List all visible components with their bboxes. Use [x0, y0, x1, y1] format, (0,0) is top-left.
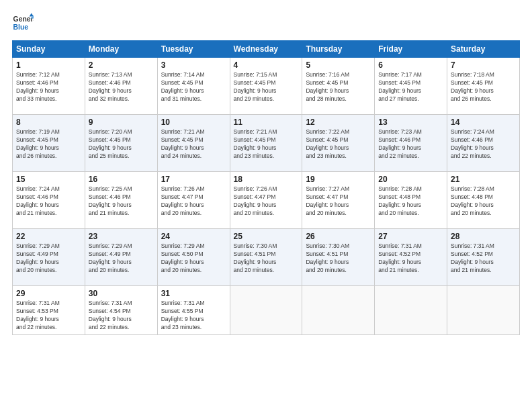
calendar-day-cell: 20Sunrise: 7:28 AM Sunset: 4:48 PM Dayli…	[375, 172, 447, 229]
calendar-day-cell: 6Sunrise: 7:17 AM Sunset: 4:45 PM Daylig…	[375, 58, 447, 115]
day-info: Sunrise: 7:26 AM Sunset: 4:47 PM Dayligh…	[234, 185, 299, 218]
calendar-table: SundayMondayTuesdayWednesdayThursdayFrid…	[12, 40, 520, 335]
calendar-day-cell: 15Sunrise: 7:24 AM Sunset: 4:46 PM Dayli…	[13, 172, 85, 229]
calendar-day-cell: 30Sunrise: 7:31 AM Sunset: 4:54 PM Dayli…	[85, 286, 157, 335]
day-info: Sunrise: 7:13 AM Sunset: 4:46 PM Dayligh…	[89, 71, 154, 103]
calendar-day-cell: 18Sunrise: 7:26 AM Sunset: 4:47 PM Dayli…	[230, 172, 302, 229]
svg-marker-2	[30, 13, 34, 17]
day-info: Sunrise: 7:28 AM Sunset: 4:48 PM Dayligh…	[451, 185, 516, 218]
logo-icon: General Blue	[12, 12, 34, 34]
day-info: Sunrise: 7:31 AM Sunset: 4:52 PM Dayligh…	[451, 242, 516, 275]
day-number: 12	[306, 118, 371, 127]
weekday-header-friday: Friday	[375, 41, 447, 58]
logo: General Blue	[12, 12, 34, 34]
day-number: 6	[378, 60, 443, 70]
day-info: Sunrise: 7:30 AM Sunset: 4:51 PM Dayligh…	[234, 242, 299, 275]
calendar-day-cell: 26Sunrise: 7:30 AM Sunset: 4:51 PM Dayli…	[302, 229, 375, 286]
calendar-day-cell: 1Sunrise: 7:12 AM Sunset: 4:46 PM Daylig…	[13, 58, 85, 115]
calendar-day-cell: 28Sunrise: 7:31 AM Sunset: 4:52 PM Dayli…	[447, 229, 520, 286]
weekday-header-tuesday: Tuesday	[157, 41, 230, 58]
calendar-day-cell	[375, 286, 447, 335]
day-number: 4	[234, 60, 299, 70]
day-number: 23	[89, 232, 154, 241]
day-number: 17	[161, 175, 226, 184]
calendar-day-cell: 19Sunrise: 7:27 AM Sunset: 4:47 PM Dayli…	[302, 172, 375, 229]
day-info: Sunrise: 7:31 AM Sunset: 4:52 PM Dayligh…	[378, 242, 443, 275]
day-number: 20	[378, 175, 443, 184]
day-number: 13	[378, 118, 443, 127]
day-number: 29	[16, 289, 81, 298]
day-number: 3	[161, 60, 226, 70]
day-info: Sunrise: 7:24 AM Sunset: 4:46 PM Dayligh…	[16, 185, 81, 218]
day-info: Sunrise: 7:29 AM Sunset: 4:50 PM Dayligh…	[161, 242, 226, 275]
calendar-day-cell: 27Sunrise: 7:31 AM Sunset: 4:52 PM Dayli…	[375, 229, 447, 286]
day-info: Sunrise: 7:21 AM Sunset: 4:45 PM Dayligh…	[234, 128, 299, 161]
day-info: Sunrise: 7:12 AM Sunset: 4:46 PM Dayligh…	[16, 71, 81, 103]
day-info: Sunrise: 7:23 AM Sunset: 4:46 PM Dayligh…	[378, 128, 443, 161]
weekday-header-row: SundayMondayTuesdayWednesdayThursdayFrid…	[13, 41, 520, 58]
calendar-day-cell: 25Sunrise: 7:30 AM Sunset: 4:51 PM Dayli…	[230, 229, 302, 286]
day-number: 19	[306, 175, 371, 184]
day-number: 26	[306, 232, 371, 241]
day-number: 11	[234, 118, 299, 127]
day-number: 22	[16, 232, 81, 241]
calendar-day-cell: 9Sunrise: 7:20 AM Sunset: 4:45 PM Daylig…	[85, 115, 157, 172]
day-info: Sunrise: 7:31 AM Sunset: 4:53 PM Dayligh…	[16, 300, 81, 332]
calendar-day-cell: 8Sunrise: 7:19 AM Sunset: 4:45 PM Daylig…	[13, 115, 85, 172]
calendar-day-cell: 3Sunrise: 7:14 AM Sunset: 4:45 PM Daylig…	[157, 58, 230, 115]
svg-text:Blue: Blue	[13, 24, 29, 31]
calendar-day-cell: 23Sunrise: 7:29 AM Sunset: 4:49 PM Dayli…	[85, 229, 157, 286]
calendar-day-cell: 5Sunrise: 7:16 AM Sunset: 4:45 PM Daylig…	[302, 58, 375, 115]
calendar-day-cell: 10Sunrise: 7:21 AM Sunset: 4:45 PM Dayli…	[157, 115, 230, 172]
calendar-week-row: 8Sunrise: 7:19 AM Sunset: 4:45 PM Daylig…	[13, 115, 520, 172]
day-number: 24	[161, 232, 226, 241]
day-number: 1	[16, 60, 81, 70]
day-info: Sunrise: 7:16 AM Sunset: 4:45 PM Dayligh…	[306, 71, 371, 103]
day-info: Sunrise: 7:21 AM Sunset: 4:45 PM Dayligh…	[161, 128, 226, 161]
calendar-day-cell: 31Sunrise: 7:31 AM Sunset: 4:55 PM Dayli…	[157, 286, 230, 335]
day-info: Sunrise: 7:17 AM Sunset: 4:45 PM Dayligh…	[378, 71, 443, 103]
calendar-day-cell: 14Sunrise: 7:24 AM Sunset: 4:46 PM Dayli…	[447, 115, 520, 172]
calendar-day-cell: 11Sunrise: 7:21 AM Sunset: 4:45 PM Dayli…	[230, 115, 302, 172]
day-number: 14	[451, 118, 516, 127]
weekday-header-sunday: Sunday	[13, 41, 85, 58]
calendar-day-cell: 17Sunrise: 7:26 AM Sunset: 4:47 PM Dayli…	[157, 172, 230, 229]
calendar-week-row: 22Sunrise: 7:29 AM Sunset: 4:49 PM Dayli…	[13, 229, 520, 286]
day-info: Sunrise: 7:29 AM Sunset: 4:49 PM Dayligh…	[16, 242, 81, 275]
day-number: 8	[16, 118, 81, 127]
svg-text:General: General	[13, 15, 34, 23]
day-number: 5	[306, 60, 371, 70]
day-info: Sunrise: 7:25 AM Sunset: 4:46 PM Dayligh…	[89, 185, 154, 218]
calendar-day-cell: 2Sunrise: 7:13 AM Sunset: 4:46 PM Daylig…	[85, 58, 157, 115]
day-info: Sunrise: 7:31 AM Sunset: 4:54 PM Dayligh…	[89, 300, 154, 332]
day-number: 2	[89, 60, 154, 70]
day-number: 25	[234, 232, 299, 241]
calendar-day-cell: 29Sunrise: 7:31 AM Sunset: 4:53 PM Dayli…	[13, 286, 85, 335]
day-number: 18	[234, 175, 299, 184]
calendar-day-cell: 7Sunrise: 7:18 AM Sunset: 4:45 PM Daylig…	[447, 58, 520, 115]
calendar-day-cell: 24Sunrise: 7:29 AM Sunset: 4:50 PM Dayli…	[157, 229, 230, 286]
calendar-day-cell: 12Sunrise: 7:22 AM Sunset: 4:45 PM Dayli…	[302, 115, 375, 172]
day-info: Sunrise: 7:18 AM Sunset: 4:45 PM Dayligh…	[451, 71, 516, 103]
day-info: Sunrise: 7:30 AM Sunset: 4:51 PM Dayligh…	[306, 242, 371, 275]
day-number: 27	[378, 232, 443, 241]
weekday-header-wednesday: Wednesday	[230, 41, 302, 58]
day-info: Sunrise: 7:20 AM Sunset: 4:45 PM Dayligh…	[89, 128, 154, 161]
calendar-day-cell: 4Sunrise: 7:15 AM Sunset: 4:45 PM Daylig…	[230, 58, 302, 115]
weekday-header-saturday: Saturday	[447, 41, 520, 58]
day-info: Sunrise: 7:29 AM Sunset: 4:49 PM Dayligh…	[89, 242, 154, 275]
day-number: 16	[89, 175, 154, 184]
day-info: Sunrise: 7:22 AM Sunset: 4:45 PM Dayligh…	[306, 128, 371, 161]
day-number: 15	[16, 175, 81, 184]
page-container: General Blue SundayMondayTuesdayWednesda…	[0, 0, 532, 411]
calendar-day-cell: 13Sunrise: 7:23 AM Sunset: 4:46 PM Dayli…	[375, 115, 447, 172]
calendar-week-row: 15Sunrise: 7:24 AM Sunset: 4:46 PM Dayli…	[13, 172, 520, 229]
calendar-day-cell: 16Sunrise: 7:25 AM Sunset: 4:46 PM Dayli…	[85, 172, 157, 229]
calendar-day-cell: 21Sunrise: 7:28 AM Sunset: 4:48 PM Dayli…	[447, 172, 520, 229]
day-info: Sunrise: 7:27 AM Sunset: 4:47 PM Dayligh…	[306, 185, 371, 218]
day-number: 9	[89, 118, 154, 127]
day-info: Sunrise: 7:31 AM Sunset: 4:55 PM Dayligh…	[161, 300, 226, 332]
day-number: 28	[451, 232, 516, 241]
day-number: 21	[451, 175, 516, 184]
day-info: Sunrise: 7:19 AM Sunset: 4:45 PM Dayligh…	[16, 128, 81, 161]
